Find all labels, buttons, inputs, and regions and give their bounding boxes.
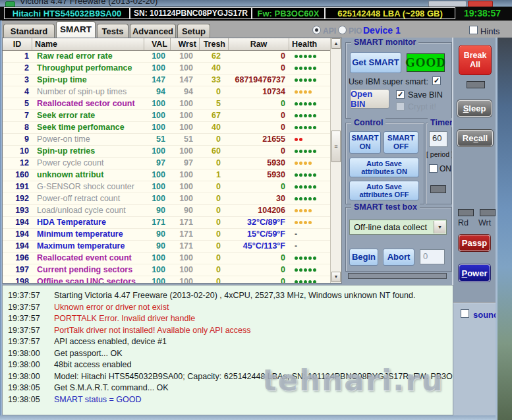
drive-model: Hitachi HTS545032B9SA00 bbox=[4, 7, 130, 19]
health-dots bbox=[289, 217, 330, 228]
table-row[interactable]: 191G-SENSOR shock counter10010000 bbox=[3, 181, 330, 193]
table-row[interactable]: 2Throughput perfomance100100400 bbox=[3, 63, 330, 75]
table-row[interactable]: 9Power-on time5151021655 bbox=[3, 134, 330, 146]
log-line: 19:38:00Get passport... OK bbox=[3, 347, 453, 359]
timer-period-label: [ period ] bbox=[426, 150, 453, 158]
table-row[interactable]: 5Reallocated sector count10010050 bbox=[3, 98, 330, 110]
scroll-down-icon[interactable] bbox=[331, 272, 341, 282]
table-row[interactable]: 7Seek error rate100100670 bbox=[3, 110, 330, 122]
timer-title: Timer bbox=[428, 118, 455, 127]
health-dots bbox=[289, 75, 330, 86]
test-progress-bar bbox=[348, 273, 447, 279]
timer-on-checkbox[interactable] bbox=[429, 164, 438, 173]
abort-test-button[interactable]: Abort bbox=[383, 249, 414, 266]
log-line: 19:37:57Starting Victoria 4.47 Freeware … bbox=[3, 289, 453, 301]
col-id[interactable]: ID bbox=[3, 38, 32, 50]
health-dots bbox=[289, 181, 330, 193]
tab-advanced[interactable]: Advanced bbox=[130, 24, 176, 38]
power-button[interactable]: Power bbox=[459, 264, 490, 282]
health-dots bbox=[289, 205, 330, 216]
table-row[interactable]: 194Maximum temperature90171045°C/113°F- bbox=[3, 241, 330, 253]
tab-setup[interactable]: Setup bbox=[177, 24, 210, 38]
col-raw[interactable]: Raw bbox=[229, 38, 289, 50]
table-row[interactable]: 1Raw read error rate100100620 bbox=[3, 51, 330, 63]
pio-radio-label: PIO bbox=[349, 26, 362, 36]
smart-monitor-group: SMART monitor Get SMART GOOD Use IBM sup… bbox=[345, 42, 452, 119]
health-dots bbox=[289, 122, 330, 133]
health-dots bbox=[289, 63, 330, 74]
pio-radio[interactable] bbox=[338, 26, 347, 34]
table-row[interactable]: 197Current pending sectors10010000 bbox=[3, 264, 330, 276]
tab-standard[interactable]: Standard bbox=[3, 24, 55, 38]
tab-smart[interactable]: SMART bbox=[56, 21, 96, 38]
crypt-label: Crypt it! bbox=[408, 102, 436, 111]
test-type-dropdown[interactable]: Off-line data collect bbox=[349, 220, 447, 235]
table-row[interactable]: 4Number of spin-up times9494010734 bbox=[3, 86, 330, 98]
minimize-maximize-buttons[interactable] bbox=[428, 1, 467, 7]
timer-group: Timer 60 [ period ] ON bbox=[426, 123, 452, 204]
break-all-button[interactable]: Break All bbox=[459, 45, 492, 75]
sound-checkbox[interactable] bbox=[461, 309, 469, 318]
begin-test-button[interactable]: Begin bbox=[349, 249, 378, 266]
sleep-button[interactable]: Sleep bbox=[457, 100, 492, 117]
smart-monitor-title: SMART monitor bbox=[351, 38, 418, 47]
hints-checkbox[interactable] bbox=[469, 26, 478, 34]
health-dots: - bbox=[289, 241, 330, 252]
health-dots bbox=[289, 276, 330, 283]
device-selector[interactable]: Device 1 bbox=[363, 25, 401, 36]
col-wrst[interactable]: Wrst bbox=[171, 38, 200, 50]
timer-period-input[interactable]: 60 bbox=[429, 131, 447, 147]
ibm-super-smart-checkbox[interactable] bbox=[432, 76, 441, 85]
password-button[interactable]: Passp bbox=[459, 235, 490, 251]
drive-serial: SN: 101124PBNC08PYGJS17R bbox=[130, 7, 252, 19]
window-border-left bbox=[0, 20, 2, 420]
table-row[interactable]: 3Spin-up time1471473368719476737 bbox=[3, 75, 330, 86]
open-bin-button[interactable]: Open BIN bbox=[350, 89, 389, 109]
table-row[interactable]: 192Power-off retract count100100030 bbox=[3, 193, 330, 205]
col-val[interactable]: VAL bbox=[144, 38, 171, 50]
timer-indicator-led bbox=[430, 185, 446, 193]
autosave-off-button[interactable]: Auto Save attributes OFF bbox=[349, 181, 419, 200]
test-type-value: Off-line data collect bbox=[354, 222, 427, 232]
health-dots: - bbox=[289, 229, 330, 240]
activity-led bbox=[467, 81, 485, 88]
table-row[interactable]: 198Offline scan UNC sectors10010000 bbox=[3, 276, 330, 283]
api-radio[interactable] bbox=[312, 26, 321, 34]
victoria-app-window: Victoria 4.47 Freeware (2013-02-20) Hita… bbox=[0, 0, 512, 420]
col-name[interactable]: Name bbox=[32, 38, 144, 50]
table-row[interactable]: 8Seek time perfomance100100400 bbox=[3, 122, 330, 134]
sound-area: sound bbox=[452, 302, 496, 415]
health-dots bbox=[289, 193, 330, 204]
smart-off-button[interactable]: SMART OFF bbox=[384, 131, 418, 154]
col-tresh[interactable]: Tresh bbox=[200, 38, 229, 50]
health-dots bbox=[289, 51, 330, 62]
table-scrollbar[interactable] bbox=[330, 38, 341, 283]
log-line: 19:37:57Uknown error or driver not exist bbox=[3, 301, 453, 313]
col-health[interactable]: Health bbox=[289, 38, 330, 50]
scrollbar-thumb[interactable] bbox=[331, 131, 341, 162]
save-bin-checkbox[interactable] bbox=[396, 90, 405, 99]
control-title: Control bbox=[351, 118, 385, 127]
close-button[interactable] bbox=[468, 1, 493, 7]
table-row[interactable]: 196Reallocated event count10010000 bbox=[3, 253, 330, 264]
chevron-down-icon[interactable] bbox=[434, 221, 445, 233]
table-row[interactable]: 193Load/unload cycle count90900104206 bbox=[3, 205, 330, 217]
smart-on-button[interactable]: SMART ON bbox=[349, 131, 381, 154]
table-row[interactable]: 194HDA Temperature171171032°C/89°F bbox=[3, 217, 330, 229]
get-smart-button[interactable]: Get SMART bbox=[350, 52, 401, 73]
table-row[interactable]: 160unknown attribut10010015930 bbox=[3, 169, 330, 181]
recall-button[interactable]: Recall bbox=[457, 130, 493, 146]
smart-test-group: SMART test box Off-line data collect Beg… bbox=[345, 207, 452, 272]
tab-tests[interactable]: Tests bbox=[97, 24, 128, 38]
table-row[interactable]: 12Power cycle count979705930 bbox=[3, 158, 330, 169]
table-row[interactable]: 194Minimum temperature90171015°C/59°F- bbox=[3, 229, 330, 241]
table-row[interactable]: 10Spin-up retries100100600 bbox=[3, 146, 330, 158]
health-dots bbox=[289, 158, 330, 169]
scroll-up-icon[interactable] bbox=[331, 38, 341, 49]
control-group: Control SMART ON SMART OFF Auto Save att… bbox=[345, 123, 424, 204]
smart-table-rows: 1Raw read error rate1001006202Throughput… bbox=[3, 51, 330, 283]
autosave-on-button[interactable]: Auto Save attributes ON bbox=[349, 158, 419, 177]
health-dots bbox=[289, 264, 330, 276]
drive-firmware: Fw: PB3OC60X bbox=[252, 7, 325, 19]
save-bin-label: Save BIN bbox=[408, 90, 443, 100]
